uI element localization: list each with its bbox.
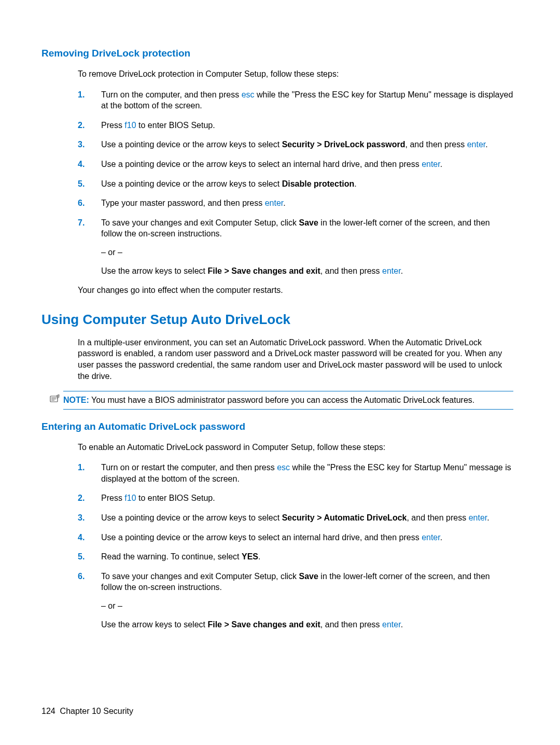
bold-save: Save xyxy=(299,572,318,581)
chapter-label: Chapter 10 Security xyxy=(60,707,133,715)
step-2: Press f10 to enter BIOS Setup. xyxy=(78,120,513,131)
bold-path: Security > DriveLock password xyxy=(282,140,405,149)
key-enter: enter xyxy=(382,620,401,629)
key-enter: enter xyxy=(469,513,487,522)
text: . xyxy=(283,199,285,207)
text: Press xyxy=(101,494,124,502)
text: Turn on the computer, and then press xyxy=(101,90,242,99)
text: Use a pointing device or the arrow keys … xyxy=(101,160,422,168)
step-2: Press f10 to enter BIOS Setup. xyxy=(78,493,513,504)
alt-instruction: Use the arrow keys to select File > Save… xyxy=(101,265,513,277)
page-number: 124 xyxy=(41,707,55,715)
text: , and then press xyxy=(320,620,382,629)
step-4: Use a pointing device or the arrow keys … xyxy=(78,532,513,543)
text: Use the arrow keys to select xyxy=(101,266,207,275)
section3-intro: To enable an Automatic DriveLock passwor… xyxy=(78,442,513,453)
text: . xyxy=(354,179,356,188)
text: , and then press xyxy=(407,513,468,522)
bold-file-save: File > Save changes and exit xyxy=(207,266,320,275)
text: Turn on or restart the computer, and the… xyxy=(101,463,277,472)
key-enter: enter xyxy=(422,160,440,168)
step-5: Read the warning. To continue, select YE… xyxy=(78,551,513,563)
note-icon xyxy=(50,395,60,404)
key-f10: f10 xyxy=(124,494,136,502)
note-text: You must have a BIOS administrator passw… xyxy=(89,396,475,404)
text: . xyxy=(401,620,403,629)
heading-using-auto-drivelock: Using Computer Setup Auto DriveLock xyxy=(41,312,519,328)
bold-yes: YES xyxy=(242,552,258,561)
step-6: To save your changes and exit Computer S… xyxy=(78,571,513,630)
step-6: Type your master password, and then pres… xyxy=(78,198,513,209)
bold-file-save: File > Save changes and exit xyxy=(207,620,320,629)
step-1: Turn on the computer, and then press esc… xyxy=(78,89,513,111)
section2-body: In a multiple-user environment, you can … xyxy=(78,337,513,382)
text: . xyxy=(487,513,489,522)
text: Read the warning. To continue, select xyxy=(101,552,242,561)
page: Removing DriveLock protection To remove … xyxy=(0,0,560,745)
heading-entering-auto-drivelock: Entering an Automatic DriveLock password xyxy=(41,421,519,432)
key-esc: esc xyxy=(242,90,255,99)
text: Press xyxy=(101,121,124,130)
section3-body: To enable an Automatic DriveLock passwor… xyxy=(78,442,513,630)
section3-steps: Turn on or restart the computer, and the… xyxy=(78,462,513,630)
section1-body: To remove DriveLock protection in Comput… xyxy=(78,68,513,296)
step-3: Use a pointing device or the arrow keys … xyxy=(78,139,513,150)
note-block: NOTE: You must have a BIOS administrator… xyxy=(63,391,513,410)
text: . xyxy=(401,266,403,275)
heading-removing-drivelock: Removing DriveLock protection xyxy=(41,48,519,59)
step-3: Use a pointing device or the arrow keys … xyxy=(78,512,513,524)
text: . xyxy=(485,140,487,149)
key-esc: esc xyxy=(277,463,290,472)
text: Type your master password, and then pres… xyxy=(101,199,265,207)
text: , and then press xyxy=(405,140,467,149)
text: , and then press xyxy=(320,266,382,275)
key-enter: enter xyxy=(265,199,284,207)
step-7: To save your changes and exit Computer S… xyxy=(78,217,513,276)
key-enter: enter xyxy=(467,140,486,149)
key-f10: f10 xyxy=(124,121,136,130)
text: . xyxy=(258,552,260,561)
bold-path: Security > Automatic DriveLock xyxy=(282,513,407,522)
text: To save your changes and exit Computer S… xyxy=(101,572,299,581)
step-5: Use a pointing device or the arrow keys … xyxy=(78,178,513,190)
text: . xyxy=(440,533,442,542)
note-label: NOTE: xyxy=(63,396,89,404)
bold-disable: Disable protection xyxy=(282,179,355,188)
section1-outro: Your changes go into effect when the com… xyxy=(78,285,513,296)
section2-intro: In a multiple-user environment, you can … xyxy=(78,337,513,382)
key-enter: enter xyxy=(382,266,401,275)
key-enter: enter xyxy=(422,533,440,542)
alt-instruction: Use the arrow keys to select File > Save… xyxy=(101,619,513,630)
text: to enter BIOS Setup. xyxy=(136,121,215,130)
text: . xyxy=(440,160,442,168)
text: Use a pointing device or the arrow keys … xyxy=(101,533,422,542)
section1-intro: To remove DriveLock protection in Comput… xyxy=(78,68,513,80)
section1-steps: Turn on the computer, and then press esc… xyxy=(78,89,513,277)
text: Use a pointing device or the arrow keys … xyxy=(101,140,282,149)
text: to enter BIOS Setup. xyxy=(136,494,215,502)
text: Use a pointing device or the arrow keys … xyxy=(101,513,282,522)
or-divider: – or – xyxy=(101,247,513,258)
page-footer: 124 Chapter 10 Security xyxy=(41,707,133,716)
text: To save your changes and exit Computer S… xyxy=(101,218,299,227)
step-1: Turn on or restart the computer, and the… xyxy=(78,462,513,484)
text: Use a pointing device or the arrow keys … xyxy=(101,179,282,188)
step-4: Use a pointing device or the arrow keys … xyxy=(78,159,513,170)
bold-save: Save xyxy=(299,218,318,227)
or-divider: – or – xyxy=(101,600,513,612)
text: Use the arrow keys to select xyxy=(101,620,207,629)
